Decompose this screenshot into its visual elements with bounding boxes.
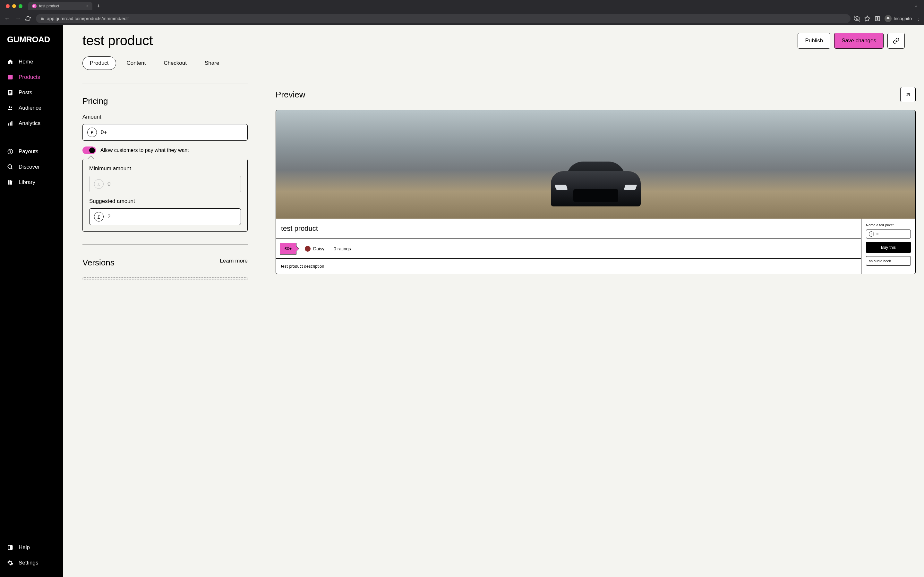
tab-content[interactable]: Content — [120, 56, 153, 70]
tabs: Product Content Checkout Share — [82, 56, 905, 77]
svg-rect-5 — [8, 75, 13, 76]
versions-dropzone[interactable] — [82, 277, 248, 280]
search-icon — [7, 164, 13, 170]
payouts-icon: $ — [7, 148, 13, 155]
chevron-down-icon[interactable] — [914, 4, 918, 8]
sidebar-item-label: Analytics — [19, 120, 40, 127]
forward-button[interactable]: → — [14, 15, 22, 22]
form-column: Pricing Amount £ Allow customers to pay … — [63, 77, 267, 577]
ratings: 0 ratings — [329, 239, 355, 258]
sidebar-item-settings[interactable]: Settings — [0, 555, 63, 571]
fair-price-input[interactable]: £ 0+ — [866, 229, 911, 239]
avatar — [305, 246, 310, 251]
new-tab-button[interactable]: + — [95, 3, 102, 10]
suggested-input[interactable] — [107, 213, 236, 220]
sidebar-item-audience[interactable]: Audience — [0, 100, 63, 116]
maximize-window-icon[interactable] — [19, 4, 23, 8]
preview-description: test product description — [276, 259, 861, 274]
sidebar-item-posts[interactable]: Posts — [0, 85, 63, 100]
link-icon — [893, 37, 899, 44]
preview-product-title: test product — [276, 219, 861, 239]
svg-rect-3 — [877, 17, 879, 20]
eye-off-icon[interactable] — [854, 15, 860, 22]
menu-icon[interactable]: ⋮ — [916, 16, 921, 22]
reload-button[interactable] — [25, 16, 33, 21]
currency-badge: £ — [869, 231, 874, 237]
preview-image — [276, 110, 915, 219]
extensions-icon[interactable] — [874, 15, 881, 22]
sidebar-item-label: Settings — [19, 560, 38, 566]
sidebar-item-discover[interactable]: Discover — [0, 159, 63, 175]
logo[interactable]: GUMROAD — [0, 31, 63, 54]
minimize-window-icon[interactable] — [12, 4, 16, 8]
toggle-knob — [89, 147, 95, 153]
products-icon — [7, 74, 13, 81]
tab-checkout[interactable]: Checkout — [156, 56, 194, 70]
lock-icon — [40, 17, 44, 21]
tab-share[interactable]: Share — [197, 56, 226, 70]
link-button[interactable] — [887, 33, 905, 49]
browser-tab[interactable]: G test product × — [28, 2, 92, 10]
main-content: test product Publish Save changes Produc… — [63, 25, 924, 577]
versions-section: Learn more Versions — [82, 258, 248, 280]
sidebar-item-home[interactable]: Home — [0, 54, 63, 69]
preview-header: Preview — [276, 87, 916, 102]
pwyw-toggle[interactable] — [82, 147, 96, 154]
minimum-input[interactable] — [107, 181, 236, 187]
amount-input-group[interactable]: £ — [82, 124, 248, 141]
tab-title: test product — [39, 4, 59, 8]
pwyw-options-box: Minimum amount £ Suggested amount £ — [82, 159, 248, 232]
fair-price-label: Name a fair price: — [866, 223, 911, 227]
buy-button[interactable]: Buy this — [866, 242, 911, 253]
fair-price-placeholder: 0+ — [876, 232, 880, 236]
pricing-heading: Pricing — [82, 96, 248, 106]
minimum-input-group[interactable]: £ — [89, 176, 241, 192]
suggested-label: Suggested amount — [89, 198, 241, 205]
sidebar-item-products[interactable]: Products — [0, 69, 63, 85]
incognito-badge[interactable]: Incognito — [885, 15, 912, 22]
preview-heading: Preview — [276, 90, 305, 100]
header-actions: Publish Save changes — [798, 33, 905, 49]
svg-rect-16 — [10, 545, 13, 550]
svg-point-6 — [9, 106, 10, 108]
star-icon[interactable] — [864, 15, 871, 22]
seller-info[interactable]: Daisy — [300, 239, 329, 258]
sidebar-item-payouts[interactable]: $ Payouts — [0, 144, 63, 159]
svg-rect-9 — [10, 122, 11, 126]
tab-product[interactable]: Product — [82, 56, 116, 70]
svg-rect-10 — [11, 121, 12, 125]
learn-more-link[interactable]: Learn more — [220, 258, 248, 264]
expand-preview-button[interactable] — [900, 87, 916, 102]
posts-icon — [7, 89, 13, 96]
publish-button[interactable]: Publish — [798, 33, 830, 49]
incognito-label: Incognito — [893, 16, 912, 21]
preview-body: test product £0+ Daisy 0 ratings test pr… — [276, 219, 915, 274]
close-window-icon[interactable] — [6, 4, 10, 8]
close-tab-icon[interactable]: × — [86, 4, 89, 8]
incognito-icon — [885, 15, 892, 22]
url-bar: ← → app.gumroad.com/products/mmmmd/edit — [0, 12, 924, 25]
address-bar[interactable]: app.gumroad.com/products/mmmmd/edit — [36, 14, 851, 23]
minimum-label: Minimum amount — [89, 165, 241, 172]
arrow-up-right-icon — [905, 91, 911, 98]
analytics-icon — [7, 120, 13, 127]
content-split: Pricing Amount £ Allow customers to pay … — [63, 77, 924, 577]
suggested-input-group[interactable]: £ — [89, 208, 241, 225]
sidebar-item-library[interactable]: Library — [0, 175, 63, 190]
amount-label: Amount — [82, 114, 248, 120]
sidebar-item-analytics[interactable]: Analytics — [0, 116, 63, 131]
sidebar-item-label: Library — [19, 179, 35, 185]
library-icon — [7, 179, 13, 185]
save-button[interactable]: Save changes — [834, 33, 884, 49]
price-badge: £0+ — [280, 243, 296, 255]
svg-rect-4 — [8, 76, 13, 79]
svg-line-14 — [11, 168, 13, 169]
currency-badge: £ — [94, 212, 103, 221]
sidebar-item-label: Help — [19, 544, 30, 551]
amount-input[interactable] — [101, 129, 243, 135]
tab-bar: G test product × + — [0, 0, 924, 12]
toggle-label: Allow customers to pay what they want — [100, 147, 189, 153]
svg-text:$: $ — [9, 150, 11, 153]
back-button[interactable]: ← — [3, 15, 11, 22]
sidebar-item-help[interactable]: Help — [0, 540, 63, 555]
